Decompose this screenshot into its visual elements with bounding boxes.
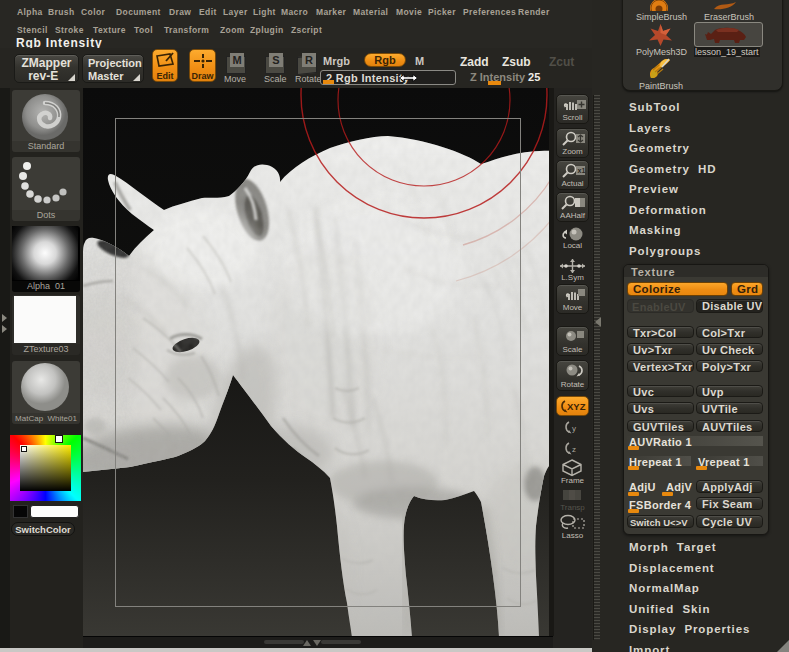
svg-text:x1: x1 — [578, 167, 586, 174]
svg-text:XYZ: XYZ — [567, 401, 586, 412]
svg-text:z: z — [572, 445, 576, 454]
svg-text:y: y — [572, 424, 576, 433]
